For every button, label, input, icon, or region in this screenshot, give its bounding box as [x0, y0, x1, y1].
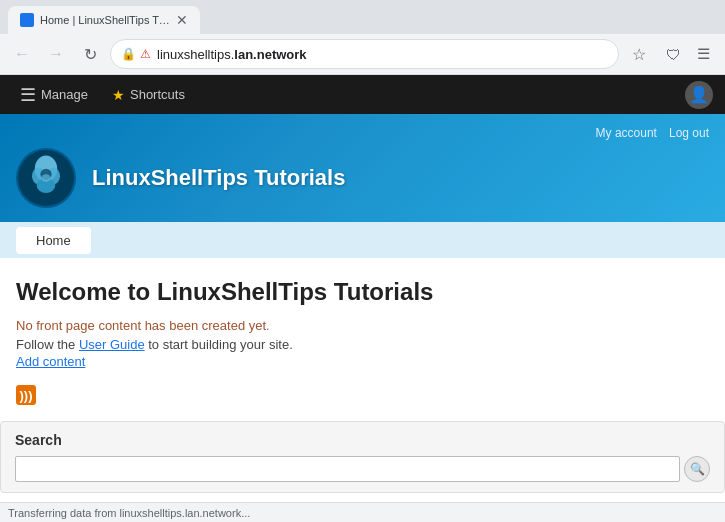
search-submit-button[interactable]: 🔍: [684, 456, 710, 482]
tabs-bar: Home | LinuxShellTips Tutorials ✕: [0, 0, 725, 34]
active-tab[interactable]: Home | LinuxShellTips Tutorials ✕: [8, 6, 200, 34]
url-domain: lan.network: [234, 47, 306, 62]
status-text: Transferring data from linuxshelltips.la…: [8, 507, 250, 519]
site-name: LinuxShellTips Tutorials: [92, 165, 345, 191]
rss-feed-icon[interactable]: ))): [16, 385, 36, 405]
search-block: Search 🔍: [0, 421, 725, 493]
page-title: Welcome to LinuxShellTips Tutorials: [16, 278, 709, 306]
browser-toolbar: ← → ↻ 🔒 ⚠ linuxshelltips.lan.network ☆ 🛡…: [0, 34, 725, 74]
nav-home-item[interactable]: Home: [16, 227, 91, 254]
forward-button[interactable]: →: [42, 40, 70, 68]
instruction-prefix: Follow the: [16, 337, 79, 352]
address-bar[interactable]: 🔒 ⚠ linuxshelltips.lan.network: [110, 39, 619, 69]
my-account-link[interactable]: My account: [596, 126, 657, 140]
tab-title: Home | LinuxShellTips Tutorials: [40, 14, 170, 26]
shortcuts-menu-item[interactable]: ★ Shortcuts: [104, 83, 193, 107]
browser-chrome: Home | LinuxShellTips Tutorials ✕ ← → ↻ …: [0, 0, 725, 75]
svg-point-6: [41, 174, 50, 181]
toolbar-right: 🛡 ☰: [659, 40, 717, 68]
search-block-title: Search: [15, 432, 710, 448]
shortcuts-star-icon: ★: [112, 87, 125, 103]
shield-icon: ⚠: [140, 47, 151, 61]
follow-instruction: Follow the User Guide to start building …: [16, 337, 709, 352]
security-icons: 🔒 ⚠: [121, 47, 151, 61]
site-branding: LinuxShellTips Tutorials: [16, 148, 709, 222]
site-navigation: Home: [0, 222, 725, 258]
admin-toolbar: ☰ Manage ★ Shortcuts 👤: [0, 75, 725, 114]
manage-icon: ☰: [20, 84, 36, 106]
url-prefix: linuxshelltips.: [157, 47, 234, 62]
log-out-link[interactable]: Log out: [669, 126, 709, 140]
back-button[interactable]: ←: [8, 40, 36, 68]
instruction-suffix: to start building your site.: [145, 337, 293, 352]
main-content: Welcome to LinuxShellTips Tutorials No f…: [0, 258, 725, 513]
nav-home-label: Home: [36, 233, 71, 248]
add-content-link[interactable]: Add content: [16, 354, 709, 369]
rss-symbol: ))): [20, 388, 33, 403]
status-bar: Transferring data from linuxshelltips.la…: [0, 502, 725, 522]
site-header: My account Log out LinuxShellTips Tutori…: [0, 114, 725, 222]
firefox-shield-button[interactable]: 🛡: [659, 40, 687, 68]
lock-icon: 🔒: [121, 47, 136, 61]
tab-close-button[interactable]: ✕: [176, 13, 188, 27]
user-icon-button[interactable]: 👤: [685, 81, 713, 109]
site-logo[interactable]: [16, 148, 76, 208]
manage-label: Manage: [41, 87, 88, 102]
search-form: 🔍: [15, 456, 710, 482]
no-content-message: No front page content has been created y…: [16, 318, 709, 333]
shortcuts-label: Shortcuts: [130, 87, 185, 102]
refresh-button[interactable]: ↻: [76, 40, 104, 68]
menu-button[interactable]: ☰: [689, 40, 717, 68]
address-text: linuxshelltips.lan.network: [157, 47, 608, 62]
site-top-bar: My account Log out: [16, 126, 709, 140]
user-guide-link[interactable]: User Guide: [79, 337, 145, 352]
tab-favicon: [20, 13, 34, 27]
manage-menu-item[interactable]: ☰ Manage: [12, 80, 96, 110]
search-submit-icon: 🔍: [690, 462, 705, 476]
search-input[interactable]: [15, 456, 680, 482]
bookmark-button[interactable]: ☆: [625, 40, 653, 68]
